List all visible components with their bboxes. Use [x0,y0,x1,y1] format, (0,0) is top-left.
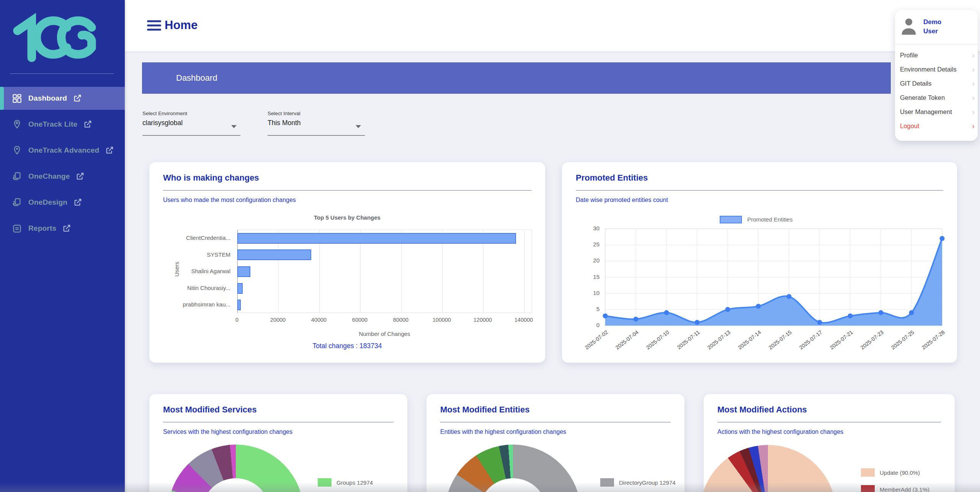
chevron-right-icon: › [972,77,975,91]
sidebar-item-onetrack-lite[interactable]: OneTrack Lite [0,113,125,136]
legend-swatch [600,478,614,487]
card-subtitle: Users who made the most configuration ch… [163,197,296,204]
map-pin-icon [12,119,22,130]
menu-item-user-management[interactable]: User Management› [895,105,978,119]
users-bar-plot [237,230,532,313]
select-underline [268,135,365,136]
sidebar-item-label: OneTrack Advanced [28,146,99,155]
menu-item-environment-details[interactable]: Environment Details› [895,62,978,77]
user-name[interactable]: Demo User [923,18,941,36]
x-tick-label: 100000 [426,317,457,323]
chevron-right-icon: › [972,91,975,105]
external-link-icon [83,120,92,129]
menu-item-label: GIT Details [900,80,931,87]
x-axis-title: Number of Changes [237,331,532,337]
menu-divider [895,44,978,44]
y-category-label: Nitin Chourasiy... [149,280,230,297]
y-tick-label: 20 [584,257,599,264]
logo-1cg-icon [11,11,97,63]
entities-legend: DirectoryGroup 12974 [600,478,676,492]
x-tick-label: 80000 [385,317,416,323]
x-tick-label: 140000 [508,317,539,323]
legend-label: Promoted Entities [747,216,792,223]
dropdown-arrow-icon[interactable] [231,125,237,128]
legend-label: DirectoryGroup 12974 [619,479,676,486]
card-title: Most Modified Services [163,405,257,415]
legend-row[interactable]: Groups 12974 [318,478,373,487]
interval-select[interactable]: Select Interval This Month [268,111,365,127]
users-bar-xticks: 020000400006000080000100000120000140000 [237,317,532,324]
legend-swatch [861,485,875,492]
sidebar-item-reports[interactable]: Reports [0,217,125,240]
top-header: Home [125,0,980,51]
chevron-right-icon: › [972,105,975,119]
sidebar-item-onetrack-advanced[interactable]: OneTrack Advanced [0,139,125,162]
sidebar: Dashboard OneTrack Lite [0,0,125,492]
external-link-icon [76,172,84,181]
bar-SYSTEM[interactable] [237,249,311,260]
menu-item-label: Generate Token [900,94,945,101]
menu-item-generate-token[interactable]: Generate Token› [895,91,978,105]
bar-Shalini Agarwal[interactable] [237,266,250,277]
menu-item-label: Profile [900,52,918,59]
sidebar-item-onechange[interactable]: OneChange [0,165,125,188]
dashboard-grid-icon [12,93,22,104]
legend-row[interactable]: MemberAdd (3.1%) [861,485,929,492]
sidebar-item-onedesign[interactable]: OneDesign [0,191,125,214]
card-subtitle: Actions with the highest configuration c… [717,428,843,435]
y-tick-label: 5 [584,306,599,312]
card-divider [576,190,943,191]
sidebar-item-label: OneDesign [28,198,67,207]
y-category-label: prabhsimran kau... [149,296,230,313]
legend-row[interactable]: Update (90.0%) [861,468,929,477]
external-link-icon [74,198,82,207]
legend-label: Groups 12974 [336,479,373,486]
legend-swatch[interactable] [720,216,742,223]
menu-item-profile[interactable]: Profile› [895,48,978,62]
card-divider [163,190,531,191]
y-category-label: Shalini Agarwal [149,263,230,280]
card-subtitle: Services with the highest configuration … [163,428,292,435]
card-divider [163,422,394,422]
y-tick-label: 15 [584,274,599,280]
chevron-right-icon: › [972,119,975,133]
chevron-right-icon: › [972,62,975,77]
select-label: Select Environment [142,111,240,116]
bar-Nitin Chourasiy...[interactable] [237,283,243,294]
x-tick-label: 60000 [345,317,375,323]
design-layers-icon [12,197,22,208]
bar-prabhsimran kau...[interactable] [237,300,241,310]
map-pin-icon [12,145,22,156]
card-title: Most Modified Actions [717,405,807,415]
card-subtitle: Date wise promoted entities count [576,197,668,204]
select-value: clarisysglobal [142,119,240,127]
environment-select[interactable]: Select Environment clarisysglobal [142,111,240,127]
promoted-area-chart[interactable] [605,229,942,326]
x-tick-label: 20000 [263,317,293,323]
actions-pie-chart[interactable] [704,445,836,492]
card-most-modified-actions: Most Modified Actions Actions with the h… [704,394,955,492]
external-link-icon [105,146,114,155]
card-promoted-entities: Promoted Entities Date wise promoted ent… [562,162,957,363]
bar-ClientCredentia...[interactable] [237,233,516,244]
sidebar-item-dashboard[interactable]: Dashboard [0,87,125,110]
user-name-line2: User [923,27,941,36]
menu-item-label: Logout [900,122,919,129]
x-tick-label: 0 [222,317,252,323]
app-logo[interactable] [11,11,97,63]
menu-item-git-details[interactable]: GIT Details› [895,77,978,91]
user-avatar-icon[interactable] [901,15,916,37]
external-link-icon [73,94,82,103]
menu-item-logout[interactable]: Logout› [895,119,978,133]
sidebar-item-label: OneChange [28,172,70,181]
user-menu-items: Profile› Environment Details› GIT Detail… [895,48,978,133]
menu-item-label: User Management [900,108,952,115]
select-underline [142,135,240,136]
x-tick-label: 40000 [304,317,334,323]
y-category-label: SYSTEM [149,246,230,263]
dropdown-arrow-icon[interactable] [356,125,361,128]
legend-row[interactable]: DirectoryGroup 12974 [600,478,676,487]
hamburger-menu-icon[interactable] [147,20,161,31]
y-tick-label: 30 [584,225,599,231]
select-label: Select Interval [268,111,365,116]
